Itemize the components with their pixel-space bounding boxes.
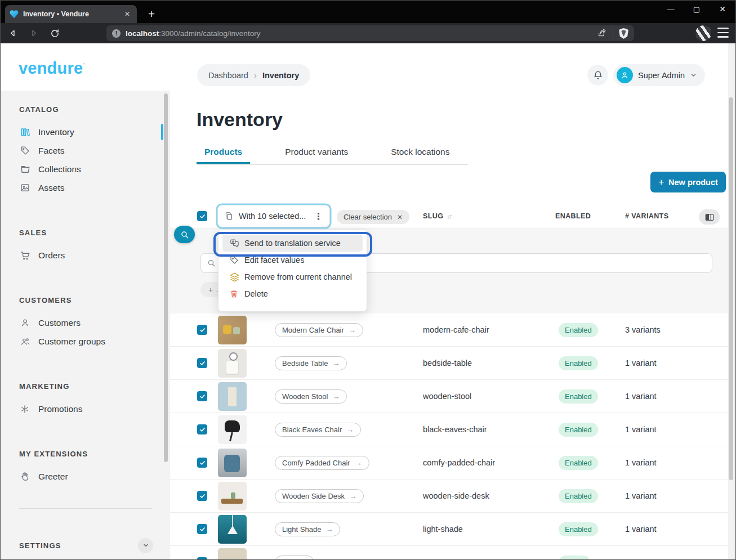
new-tab-button[interactable]: + [144, 6, 159, 22]
row-checkbox[interactable] [197, 491, 207, 501]
arrow-right-icon: → [346, 425, 354, 434]
page-scrollbar-thumb[interactable] [729, 97, 733, 480]
table-row: Wooden Stool→ wooden-stool Enabled 1 var… [170, 380, 730, 413]
trash-icon [230, 289, 239, 299]
breadcrumb: Dashboard › Inventory [197, 64, 310, 86]
row-checkbox[interactable] [197, 424, 207, 434]
sidebar-item-orders[interactable]: Orders [1, 246, 170, 265]
variant-count: 1 variant [625, 491, 657, 500]
row-checkbox[interactable] [197, 358, 207, 368]
tab-close-icon[interactable]: ✕ [122, 10, 132, 18]
product-thumbnail[interactable] [218, 349, 247, 378]
clear-selection-button[interactable]: Clear selection ✕ [337, 210, 409, 224]
browser-tab[interactable]: Inventory • Vendure ✕ [5, 5, 137, 23]
sidebar-scrollbar[interactable] [164, 93, 168, 462]
variant-count: 3 variants [625, 325, 661, 334]
share-icon[interactable] [597, 29, 607, 38]
product-thumbnail[interactable] [218, 449, 247, 477]
row-checkbox[interactable] [197, 458, 207, 468]
page-scrollbar[interactable] [728, 43, 735, 560]
back-button[interactable] [5, 25, 21, 41]
forward-button[interactable] [25, 25, 42, 41]
product-name-link[interactable]: Black Eaves Chair→ [275, 423, 361, 437]
column-header-slug[interactable]: SLUG ↓↑ [423, 212, 451, 220]
enabled-badge: Enabled [559, 323, 598, 337]
sidebar-item-customers[interactable]: Customers [1, 313, 170, 332]
menu-item-remove-from-channel[interactable]: Remove from current channel [222, 268, 363, 285]
table-row: Black Eaves Chair→ black-eaves-chair Ena… [170, 413, 730, 446]
sidebar-item-facets[interactable]: Facets [1, 141, 170, 160]
products-table: Modern Cafe Chair→ modern-cafe-chair Ena… [170, 313, 730, 560]
row-checkbox[interactable] [197, 557, 207, 560]
variant-count: 1 variant [625, 392, 657, 401]
brave-shields-icon[interactable] [619, 28, 628, 39]
product-thumbnail[interactable] [218, 548, 247, 560]
sidebar-item-inventory[interactable]: Inventory [1, 123, 170, 141]
nav-section-customers: CUSTOMERS [1, 296, 170, 304]
table-row: Comfy Padded Chair→ comfy-padded-chair E… [170, 446, 730, 480]
user-menu[interactable]: Super Admin [613, 64, 705, 86]
site-info-icon[interactable]: ! [112, 29, 121, 38]
browser-profile-avatar[interactable] [695, 25, 712, 42]
product-name-link[interactable]: Wooden Side Desk→ [275, 489, 364, 503]
notifications-button[interactable] [587, 65, 608, 86]
users-icon [20, 336, 31, 347]
window-minimize-button[interactable]: — [658, 1, 684, 17]
window-maximize-button[interactable]: ▢ [684, 1, 710, 17]
url-bar[interactable]: ! localhost:3000/admin/catalog/inventory [106, 25, 634, 41]
column-header-variants[interactable]: # VARIANTS [625, 212, 668, 220]
product-thumbnail[interactable] [218, 415, 247, 444]
sidebar-item-promotions[interactable]: Promotions [1, 400, 170, 418]
breadcrumb-dashboard[interactable]: Dashboard [208, 71, 248, 80]
tag-icon [20, 145, 31, 156]
product-thumbnail[interactable] [218, 382, 247, 411]
search-icon [207, 259, 216, 267]
breadcrumb-current: Inventory [262, 71, 299, 80]
bulk-actions-button[interactable]: With 10 selected... ⋮ [217, 205, 330, 227]
product-slug: light-shade [423, 525, 463, 534]
column-picker-button[interactable] [699, 209, 720, 225]
search-toggle-button[interactable] [174, 226, 195, 243]
tab-products[interactable]: Products [197, 147, 250, 164]
sort-icon[interactable]: ↓↑ [447, 213, 451, 219]
column-header-enabled[interactable]: ENABLED [555, 212, 591, 220]
menu-item-edit-facet-values[interactable]: Edit facet values [222, 252, 363, 268]
reload-button[interactable] [46, 25, 63, 41]
menu-item-delete[interactable]: Delete [222, 285, 363, 302]
arrow-right-icon: → [355, 459, 362, 467]
product-thumbnail[interactable] [218, 316, 247, 344]
tab-stock-locations[interactable]: Stock locations [383, 147, 457, 164]
hand-icon [20, 471, 31, 482]
sidebar-section-settings[interactable]: SETTINGS [1, 531, 170, 559]
new-product-button[interactable]: + New product [650, 172, 726, 192]
sidebar-item-label: Greeter [38, 472, 68, 482]
product-thumbnail[interactable] [218, 515, 247, 544]
table-row: Modern Cafe Chair→ modern-cafe-chair Ena… [170, 313, 730, 347]
tab-title: Inventory • Vendure [23, 10, 118, 18]
enabled-badge: Enabled [559, 389, 598, 404]
row-checkbox[interactable] [197, 391, 207, 401]
window-close-button[interactable]: ✕ [710, 1, 735, 17]
product-name-link[interactable]: Bedside Table→ [275, 356, 347, 370]
select-all-checkbox[interactable] [197, 211, 207, 221]
product-name-link[interactable]: Light Shade→ [275, 522, 340, 536]
row-checkbox[interactable] [197, 325, 207, 335]
product-name-link[interactable]: Comfy Padded Chair→ [275, 456, 369, 470]
sidebar-divider [19, 508, 152, 509]
row-checkbox[interactable] [197, 524, 207, 534]
chevron-right-icon: › [254, 70, 257, 80]
product-name-link[interactable] [275, 555, 314, 560]
product-name-link[interactable]: Modern Cafe Chair→ [275, 323, 363, 337]
menu-item-send-to-translation[interactable]: Send to translation service [222, 235, 363, 252]
sidebar-item-greeter[interactable]: Greeter [1, 467, 170, 486]
url-text: localhost:3000/admin/catalog/inventory [126, 29, 260, 38]
sidebar-item-customer-groups[interactable]: Customer groups [1, 332, 170, 351]
product-thumbnail[interactable] [218, 482, 247, 510]
product-name-link[interactable]: Wooden Stool→ [275, 389, 347, 404]
sidebar-item-collections[interactable]: Collections [1, 160, 170, 178]
browser-menu-icon[interactable] [717, 28, 729, 38]
tab-product-variants[interactable]: Product variants [277, 147, 356, 164]
sidebar-item-assets[interactable]: Assets [1, 178, 170, 197]
chevron-down-icon[interactable] [138, 538, 153, 553]
nav-section-marketing: MARKETING [1, 382, 170, 391]
